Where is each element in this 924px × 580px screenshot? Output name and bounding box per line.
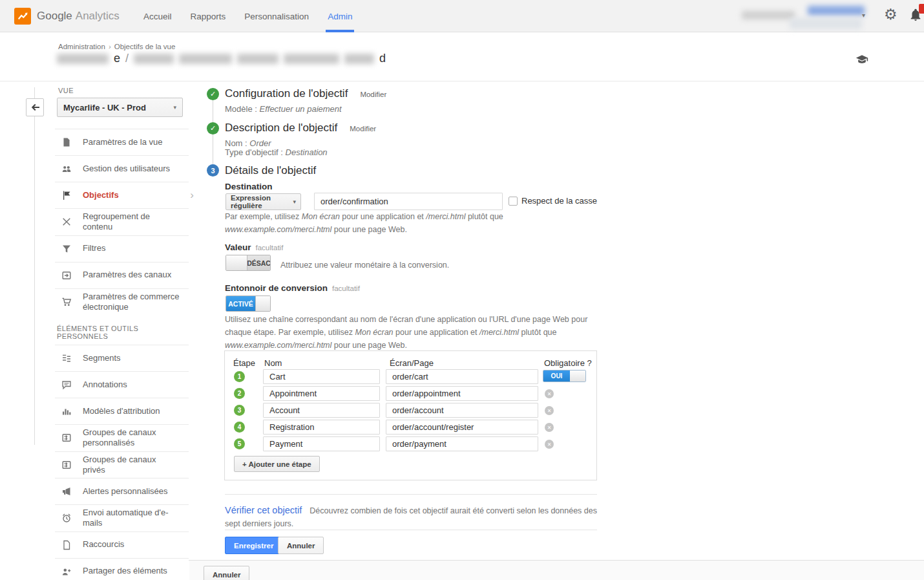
sidebar-item-label: Envoi automatique d'e-mails	[83, 508, 180, 529]
funnel-step-2-name-input[interactable]	[263, 386, 380, 401]
add-step-button[interactable]: + Ajouter une étape	[234, 456, 320, 472]
funnel-step-4-remove-icon[interactable]: ✕	[545, 423, 554, 432]
sidebar-item-groupes-canaux-prives[interactable]: Groupes de canaux privés	[55, 451, 189, 478]
google-analytics-logo[interactable]: Google Analytics	[14, 8, 120, 25]
save-button[interactable]: Enregistrer	[225, 537, 282, 554]
back-button[interactable]	[26, 98, 44, 116]
sidebar-item-segments[interactable]: Segments	[55, 345, 189, 371]
channel-group-icon	[61, 460, 72, 470]
funnel-step-4-name-input[interactable]	[263, 420, 380, 435]
redacted-account-email[interactable]	[808, 6, 865, 16]
destination-label: Destination	[225, 182, 273, 191]
funnel-step-1-page-input[interactable]	[386, 369, 538, 384]
sidebar-item-label: Regroupement de contenu	[83, 211, 180, 233]
page-icon	[61, 540, 72, 550]
funnel-step-number: 1	[234, 371, 245, 382]
sidebar-item-commerce-electronique[interactable]: Paramètres de commerce électronique	[55, 288, 189, 316]
flag-icon	[61, 190, 72, 200]
sidebar-item-partager-elements[interactable]: Partager des éléments	[55, 558, 189, 580]
bottom-cancel-button[interactable]: Annuler	[204, 566, 249, 580]
step2-header: Description de l'objectif Modifier	[225, 122, 376, 134]
title-slash: /	[125, 52, 129, 65]
title-fragment: d	[379, 52, 386, 65]
funnel-step-1-required-toggle[interactable]: OUI	[543, 370, 586, 382]
column-header-ecran-page: Écran/Page	[390, 358, 434, 368]
goal-type-value: Destination	[286, 147, 328, 157]
verify-goal-link[interactable]: Vérifier cet objectif	[225, 505, 302, 515]
sidebar-item-alertes-personnalisees[interactable]: Alertes personnalisées	[55, 478, 189, 504]
main-nav: Accueil Rapports Personnalisation Admin	[143, 0, 352, 32]
sidebar-item-parametres-vue[interactable]: Paramètres de la vue	[55, 129, 189, 155]
academy-graduation-cap-icon[interactable]	[856, 53, 868, 69]
toggle-off-label: DÉSAC	[247, 255, 270, 270]
funnel-step-3-page-input[interactable]	[386, 403, 538, 418]
step1-model-line: Modèle : Effectuer un paiement	[225, 104, 342, 114]
cart-icon	[61, 297, 72, 307]
divider	[225, 494, 597, 495]
funnel-step-4-page-input[interactable]	[386, 420, 538, 435]
funnel-step-3-name-input[interactable]	[263, 403, 380, 418]
help-text: pour une page Web.	[331, 341, 407, 350]
sidebar-item-label: Segments	[83, 353, 180, 363]
page-title: e / d	[57, 52, 386, 65]
funnel-step-1-name-input[interactable]	[263, 369, 380, 384]
breadcrumb-administration[interactable]: Administration	[58, 43, 105, 50]
funnel-step-3-remove-icon[interactable]: ✕	[545, 406, 554, 415]
sidebar-menu: Paramètres de la vue Gestion des utilisa…	[55, 129, 189, 580]
tab-rapports[interactable]: Rapports	[191, 0, 226, 32]
split-arrows-icon	[61, 217, 72, 227]
funnel-step-2-remove-icon[interactable]: ✕	[545, 389, 554, 398]
destination-url-input[interactable]	[314, 193, 503, 210]
entonnoir-label-text: Entonnoir de conversion	[225, 283, 328, 293]
sidebar-item-modeles-attribution[interactable]: Modèles d'attribution	[55, 398, 189, 424]
sidebar-item-envoi-automatique-emails[interactable]: Envoi automatique d'e-mails	[55, 504, 189, 532]
chevron-down-icon: ▾	[293, 199, 296, 205]
settings-gear-icon[interactable]: ⚙	[884, 7, 898, 22]
sidebar-item-raccourcis[interactable]: Raccourcis	[55, 532, 189, 558]
tab-personnalisation[interactable]: Personnalisation	[244, 0, 309, 32]
name-value: Order	[249, 138, 271, 148]
sidebar-item-label: Objectifs	[83, 190, 180, 200]
sidebar-item-parametres-canaux[interactable]: Paramètres des canaux	[55, 262, 189, 288]
case-sensitive-checkbox[interactable]	[509, 197, 518, 206]
entonnoir-toggle[interactable]: ACTIVÉ	[226, 295, 271, 312]
sidebar-item-annotations[interactable]: Annotations	[55, 371, 189, 398]
match-type-dropdown[interactable]: Expression régulière ▾	[226, 193, 301, 210]
chevron-down-icon: ▾	[173, 104, 176, 111]
sidebar-item-label: Annotations	[83, 380, 180, 390]
step1-modify-link[interactable]: Modifier	[360, 91, 386, 98]
funnel-steps-table: Étape Nom Écran/Page Obligatoire ? 1 OUI…	[224, 350, 597, 480]
top-navbar: Google Analytics Accueil Rapports Person…	[0, 0, 924, 32]
breadcrumb-objectifs: Objectifs de la vue	[114, 43, 176, 50]
annotation-icon	[61, 380, 72, 390]
toggle-knob	[255, 296, 270, 311]
sidebar-item-gestion-utilisateurs[interactable]: Gestion des utilisateurs	[55, 155, 189, 182]
valeur-toggle[interactable]: DÉSAC	[226, 255, 271, 271]
redacted-title-part	[344, 54, 374, 64]
help-text: /merci.html	[426, 212, 465, 221]
column-header-obligatoire: Obligatoire ?	[544, 358, 592, 368]
tab-accueil[interactable]: Accueil	[143, 0, 172, 32]
funnel-step-number: 4	[234, 422, 245, 433]
sidebar-item-objectifs[interactable]: Objectifs ›	[55, 182, 189, 208]
destination-help-text: Par exemple, utilisez Mon écran pour une…	[225, 210, 594, 236]
sidebar-item-groupes-canaux-personnalises[interactable]: Groupes de canaux personnalisés	[55, 424, 189, 451]
account-dropdown-caret-icon[interactable]: ▾	[862, 12, 865, 19]
sidebar-item-filtres[interactable]: Filtres	[55, 235, 189, 262]
funnel-step-5-name-input[interactable]	[263, 436, 380, 451]
funnel-step-5-remove-icon[interactable]: ✕	[545, 440, 554, 449]
channel-icon	[61, 270, 72, 281]
cancel-button[interactable]: Annuler	[278, 537, 324, 554]
view-selector-dropdown[interactable]: Mycarlife - UK - Prod ▾	[57, 98, 183, 117]
step3-header: Détails de l'objectif	[225, 164, 316, 177]
step2-modify-link[interactable]: Modifier	[350, 125, 376, 133]
name-label: Nom :	[225, 138, 247, 148]
sidebar-item-regroupement-contenu[interactable]: Regroupement de contenu	[55, 208, 189, 235]
funnel-step-2-page-input[interactable]	[386, 386, 538, 401]
toggle-on-label: OUI	[543, 371, 570, 381]
brand-google-text: Google	[37, 10, 72, 23]
step1-title: Configuration de l'objectif	[225, 87, 348, 100]
tab-admin[interactable]: Admin	[328, 0, 352, 32]
funnel-step-5-page-input[interactable]	[386, 436, 538, 451]
back-arrow-icon	[30, 102, 40, 113]
